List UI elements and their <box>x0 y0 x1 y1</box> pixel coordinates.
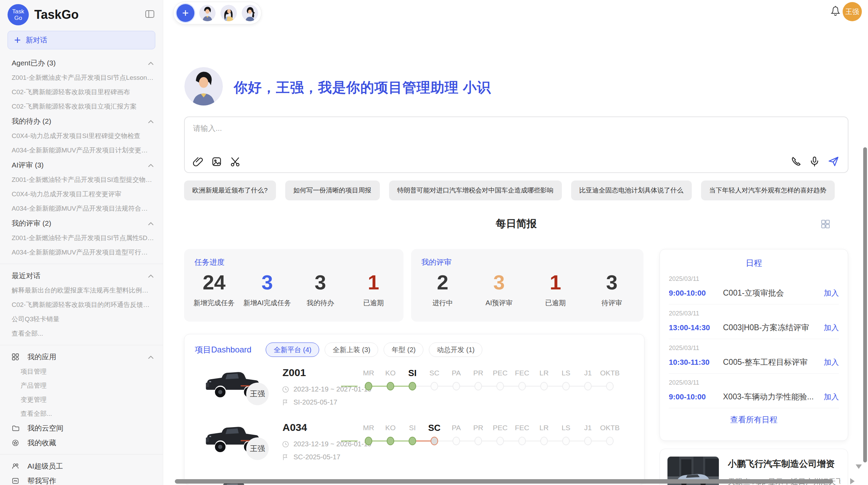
conversation-item[interactable]: A034-全新新能源MUV产品开发项目造型可行性评审 <box>0 245 163 260</box>
conversation-item[interactable]: C02-飞腾新能源轻客改款项目立项汇报方案 <box>0 99 163 114</box>
section-my-review[interactable]: 我的评审 (2) <box>0 216 163 231</box>
scroll-right-arrow-icon[interactable] <box>850 478 855 484</box>
stat-label: 已逾期 <box>347 298 400 308</box>
chevron-up-icon[interactable] <box>148 219 154 227</box>
suggestion-chip[interactable]: 如何写一份清晰的项目周报 <box>285 181 380 200</box>
section-recent[interactable]: 最近对话 <box>0 268 163 283</box>
new-chat-button[interactable]: 新对话 <box>8 31 155 49</box>
conversation-item[interactable]: C02-飞腾新能源轻客改款项目里程碑画布 <box>0 85 163 99</box>
chat-input[interactable] <box>192 123 776 151</box>
chevron-up-icon[interactable] <box>148 161 154 169</box>
chevron-up-icon[interactable] <box>148 59 154 67</box>
schedule-title: 日程 <box>669 258 839 269</box>
greeting-text: 你好，王强，我是你的项目管理助理 小识 <box>234 78 491 97</box>
sidebar-item-favorites[interactable]: 我的收藏 <box>0 435 163 450</box>
owner-badge: 王强 <box>246 437 269 460</box>
milestone-dot <box>474 437 482 445</box>
microphone-icon[interactable] <box>809 156 820 166</box>
milestone-step: SI <box>401 423 423 445</box>
horizontal-scrollbar-thumb[interactable] <box>175 479 833 484</box>
conversation-item[interactable]: 公司Q3轻卡销量 <box>0 312 163 326</box>
add-agent-button[interactable] <box>177 4 194 22</box>
app-item-project-mgmt[interactable]: 项目管理 <box>0 364 163 378</box>
suggestion-chip[interactable]: 当下年轻人对汽车外观有怎样的喜好趋势 <box>701 181 835 200</box>
schedule-event: 2025/03/11 9:00-10:00 C001-立项审批会 加入 <box>669 270 839 304</box>
sidebar-item-ai-staff[interactable]: AI超级员工 <box>0 459 163 473</box>
app-logo: Task Go <box>8 4 29 25</box>
scissors-icon[interactable] <box>230 157 240 167</box>
section-agent-done[interactable]: Agent已办 (3) <box>0 55 163 71</box>
vertical-scrollbar-thumb[interactable] <box>863 147 867 462</box>
suggestion-chip[interactable]: 欧洲新规最近颁布了什么? <box>184 181 276 200</box>
conversation-item[interactable]: C0X4-动力总成开发项目SI里程碑提交物检查 <box>0 129 163 143</box>
milestone-dot <box>409 382 416 390</box>
milestone-connector <box>341 386 358 387</box>
scroll-down-arrow-icon[interactable] <box>856 464 862 469</box>
avatar[interactable] <box>199 5 216 21</box>
milestone-step: LR <box>533 368 555 390</box>
milestone-dot <box>540 437 548 445</box>
view-all-schedule-link[interactable]: 查看所有日程 <box>669 408 839 431</box>
sidebar: Task Go TaskGo 新对话 Agent已办 (3) Z001-全新燃油… <box>0 0 163 485</box>
section-my-todo[interactable]: 我的待办 (2) <box>0 114 163 129</box>
tab-powertrain[interactable]: 动总开发 (1) <box>429 343 482 357</box>
join-link[interactable]: 加入 <box>824 357 839 368</box>
milestone-track: MR KO SI SC PA PR PEC FEC LR LS J1 OKTB <box>358 368 621 390</box>
user-avatar[interactable]: 王强 <box>843 2 862 21</box>
conversation-item[interactable]: C02-飞腾新能源轻客改款项目的闭环通告反馈情况 <box>0 298 163 312</box>
layout-grid-icon[interactable] <box>820 219 831 231</box>
conversation-item[interactable]: Z001-全新燃油轻卡产品开发项目SI节点属性5D文件评审 <box>0 231 163 245</box>
conversation-item[interactable]: Z001-全新燃油皮卡产品开发项目SI节点Lesson Learn报告 <box>0 71 163 85</box>
chevron-up-icon[interactable] <box>148 117 154 125</box>
milestone-dot <box>453 437 460 445</box>
milestone-step: MR <box>358 423 379 445</box>
chevron-up-icon[interactable] <box>148 353 154 361</box>
attachment-icon[interactable] <box>193 157 203 167</box>
join-link[interactable]: 加入 <box>824 392 839 402</box>
sidebar-collapse-icon[interactable] <box>144 8 156 21</box>
notification-bell-icon[interactable] <box>830 5 841 18</box>
view-all-conversations[interactable]: 查看全部... <box>0 326 163 341</box>
milestone-step: OKTB <box>599 368 621 390</box>
milestone-step: PR <box>467 368 489 390</box>
suggestion-chip[interactable]: 特朗普可能对进口汽车增税会对中国车企造成哪些影响 <box>389 181 562 200</box>
conversation-item[interactable]: A034-全新新能源MUV产品开发项目计划变更表编写 <box>0 143 163 158</box>
event-name: C001-立项审批会 <box>723 288 820 298</box>
conversation-item[interactable]: 解释最新出台的欧盟报废车法规再生塑料比例被调至15%... <box>0 283 163 298</box>
conversation-item[interactable]: Z001-全新燃油轻卡产品开发项目SI造型提交物评审 <box>0 173 163 187</box>
project-dashboard-card: 项目Dashboard 全新平台 (4) 全新上装 (3) 年型 (2) 动总开… <box>184 334 644 485</box>
send-icon[interactable] <box>828 156 839 167</box>
avatar[interactable] <box>220 5 237 21</box>
chevron-up-icon[interactable] <box>148 272 154 280</box>
app-item-product-mgmt[interactable]: 产品管理 <box>0 378 163 393</box>
sidebar-item-writing[interactable]: 帮我写作 <box>0 473 163 485</box>
project-row[interactable]: 王强 Z001 2023-12-19 ~ 2027-01-19 SI-2025-… <box>184 367 644 422</box>
sidebar-item-cloud[interactable]: 我的云空间 <box>0 421 163 435</box>
milestone-step: PEC <box>489 368 511 390</box>
conversation-item[interactable]: A034-全新新能源MUV产品开发项目法规符合性评审 <box>0 201 163 216</box>
section-my-apps[interactable]: 我的应用 <box>0 349 163 364</box>
daily-brief-header: 每日简报 <box>184 217 848 231</box>
tab-all-platform[interactable]: 全新平台 (4) <box>266 343 319 357</box>
join-link[interactable]: 加入 <box>824 288 839 298</box>
tab-year-model[interactable]: 年型 (2) <box>384 343 423 357</box>
apps-grid-icon <box>12 353 19 361</box>
phone-call-icon[interactable] <box>791 156 801 166</box>
stats-row: 24 新增完成任务 3 新增AI完成任务 3 我的待办 1 已逾期 <box>188 272 400 308</box>
project-row[interactable]: 王强 A034 2023-12-19 ~ 2026-01-19 SC-2025-… <box>184 422 644 476</box>
suggestion-chip[interactable]: 比亚迪全固态电池计划具体说了什么 <box>571 181 692 200</box>
tab-new-body[interactable]: 全新上装 (3) <box>325 343 378 357</box>
milestone-dot <box>584 382 592 390</box>
join-link[interactable]: 加入 <box>824 323 839 333</box>
avatar[interactable] <box>242 5 258 21</box>
app-item-change-mgmt[interactable]: 变更管理 <box>0 393 163 407</box>
my-review-card: 我的评审 2 进行中 3 AI预评审 1 已逾期 3 待评审 <box>411 249 643 322</box>
stat: 3 我的待办 <box>294 272 347 308</box>
section-ai-review[interactable]: AI评审 (3) <box>0 158 163 173</box>
image-icon[interactable] <box>212 157 222 167</box>
project-flag: SI-2025-05-17 <box>282 398 337 406</box>
stat-label: 已逾期 <box>527 298 584 308</box>
conversation-item[interactable]: C0X4-动力总成开发项目工程变更评审 <box>0 187 163 201</box>
milestone-step: LR <box>533 423 555 445</box>
view-all-apps[interactable]: 查看全部... <box>0 407 163 421</box>
